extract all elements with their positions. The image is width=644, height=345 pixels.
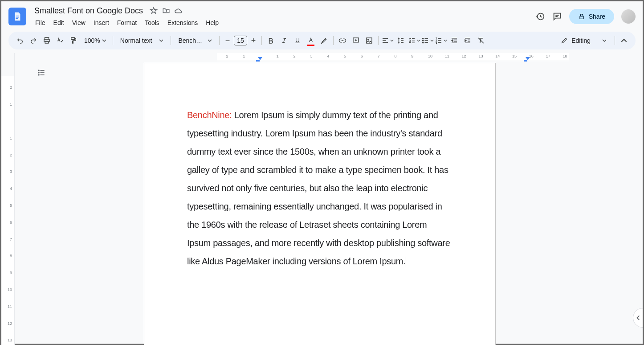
chevron-down-icon <box>602 38 607 43</box>
svg-rect-10 <box>71 37 75 40</box>
editing-mode-button[interactable]: Editing <box>555 33 612 48</box>
highlight-button[interactable] <box>318 34 330 47</box>
menu-format[interactable]: Format <box>114 17 140 28</box>
increase-indent-button[interactable] <box>461 34 474 47</box>
ruler-tick: 3 <box>10 169 12 174</box>
svg-point-17 <box>368 39 369 40</box>
menu-file[interactable]: File <box>32 17 49 28</box>
history-icon[interactable] <box>535 12 545 21</box>
comments-icon[interactable] <box>552 12 562 21</box>
paint-format-button[interactable] <box>67 34 80 47</box>
underline-button[interactable] <box>291 34 304 47</box>
font-size-increase[interactable]: + <box>248 35 259 46</box>
svg-text:3: 3 <box>436 42 437 45</box>
ruler-tick: 2 <box>10 85 12 90</box>
document-paragraph[interactable]: BenchNine: Lorem Ipsum is simply dummy t… <box>187 106 452 271</box>
vertical-ruler[interactable]: 2112345678910111213 <box>1 53 15 345</box>
svg-point-27 <box>423 38 424 39</box>
move-icon[interactable] <box>162 6 171 15</box>
bold-button[interactable] <box>265 34 277 47</box>
text-color-button[interactable] <box>305 34 317 47</box>
svg-point-28 <box>423 40 424 41</box>
paragraph-style-value: Normal text <box>120 37 152 44</box>
ruler-tick: 10 <box>8 288 12 292</box>
separator <box>219 36 220 45</box>
ruler-tick: 6 <box>10 220 12 225</box>
separator <box>261 36 262 45</box>
ruler-tick: 1 <box>10 102 12 107</box>
separator <box>333 36 334 45</box>
bulleted-list-button[interactable] <box>421 34 434 47</box>
menu-view[interactable]: View <box>69 17 89 28</box>
title-row: Smallest Font on Google Docs <box>32 5 535 16</box>
page[interactable]: BenchNine: Lorem Ipsum is simply dummy t… <box>144 63 496 345</box>
decrease-indent-button[interactable] <box>448 34 461 47</box>
insert-image-button[interactable] <box>363 34 375 47</box>
paragraph-body: Lorem Ipsum is simply dummy text of the … <box>187 110 450 266</box>
separator <box>171 36 171 45</box>
docs-logo[interactable] <box>8 8 26 25</box>
share-button[interactable]: Share <box>569 9 614 24</box>
svg-rect-1 <box>16 17 19 17</box>
italic-button[interactable] <box>278 34 290 47</box>
svg-point-29 <box>423 42 424 43</box>
font-size-input[interactable] <box>234 36 247 45</box>
titlebar: Smallest Font on Google Docs File Edit V… <box>1 1 643 28</box>
align-button[interactable] <box>381 34 394 47</box>
font-select[interactable]: Bench… <box>174 37 216 44</box>
menu-help[interactable]: Help <box>202 17 222 28</box>
zoom-select[interactable]: 100% <box>81 37 110 44</box>
chevron-down-icon <box>208 38 212 43</box>
title-column: Smallest Font on Google Docs File Edit V… <box>32 5 535 28</box>
svg-line-13 <box>284 38 285 42</box>
collapse-toolbar-button[interactable] <box>618 34 630 47</box>
insert-link-button[interactable] <box>336 34 349 47</box>
svg-point-51 <box>38 74 39 75</box>
menu-edit[interactable]: Edit <box>50 17 68 28</box>
line-spacing-button[interactable] <box>395 34 407 47</box>
spellcheck-button[interactable] <box>54 34 66 47</box>
outline-toggle-button[interactable] <box>34 66 49 80</box>
font-size-decrease[interactable]: − <box>222 35 233 46</box>
checklist-button[interactable] <box>408 34 420 47</box>
insert-comment-button[interactable] <box>350 34 362 47</box>
redo-button[interactable] <box>27 34 40 47</box>
print-button[interactable] <box>41 34 53 47</box>
pencil-icon <box>561 37 568 44</box>
ruler-tick: 8 <box>10 254 12 258</box>
document-title[interactable]: Smallest Font on Google Docs <box>32 5 146 16</box>
toolbar: 100% Normal text Bench… − + 123 Edit <box>8 32 636 49</box>
separator <box>615 36 615 45</box>
ruler-tick: 11 <box>8 304 12 309</box>
ruler-tick: 7 <box>10 237 12 242</box>
canvas[interactable]: BenchNine: Lorem Ipsum is simply dummy t… <box>15 53 643 345</box>
editing-mode-label: Editing <box>571 37 591 44</box>
menu-tools[interactable]: Tools <box>141 17 163 28</box>
separator <box>113 36 113 45</box>
chevron-down-icon <box>102 38 106 43</box>
ruler-tick: 9 <box>10 271 12 275</box>
svg-rect-0 <box>16 16 19 16</box>
ruler-tick: 13 <box>8 338 12 342</box>
workspace: 2112345678910111213 21123456789101112131… <box>1 53 643 345</box>
zoom-value: 100% <box>84 37 100 44</box>
svg-rect-6 <box>580 16 583 19</box>
menu-extensions[interactable]: Extensions <box>164 17 201 28</box>
cloud-status-icon[interactable] <box>174 6 183 15</box>
menu-insert[interactable]: Insert <box>90 17 113 28</box>
svg-rect-2 <box>16 18 18 19</box>
text-cursor <box>405 257 405 267</box>
star-icon[interactable] <box>149 6 158 15</box>
separator <box>378 36 379 45</box>
ruler-tick: 2 <box>10 153 12 157</box>
svg-point-47 <box>38 70 39 71</box>
svg-point-49 <box>38 72 39 73</box>
menu-bar: File Edit View Insert Format Tools Exten… <box>32 17 535 28</box>
numbered-list-button[interactable]: 123 <box>435 34 447 47</box>
undo-button[interactable] <box>14 34 26 47</box>
avatar[interactable] <box>621 9 636 24</box>
clear-format-button[interactable] <box>475 34 487 47</box>
chevron-down-icon <box>159 38 163 43</box>
paragraph-style-select[interactable]: Normal text <box>116 37 168 44</box>
font-name-label: BenchNine: <box>187 110 232 120</box>
